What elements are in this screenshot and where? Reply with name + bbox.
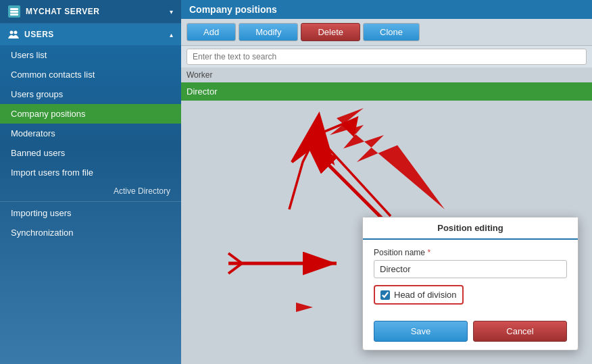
sidebar-divider bbox=[0, 201, 181, 202]
sidebar: MYCHAT SERVER ▾ USERS ▴ Users list Commo… bbox=[0, 0, 181, 364]
active-directory-label: Active Directory bbox=[0, 182, 181, 200]
sidebar-item-importing-users[interactable]: Importing users bbox=[0, 203, 181, 223]
search-bar bbox=[181, 46, 592, 68]
sidebar-item-label: Import users from file bbox=[11, 167, 93, 178]
users-section-header[interactable]: USERS ▴ bbox=[0, 24, 181, 45]
list-item-label: Director bbox=[187, 86, 218, 97]
sidebar-item-label: Importing users bbox=[11, 208, 72, 218]
users-icon bbox=[8, 29, 19, 40]
list-section-label: Worker bbox=[181, 68, 592, 82]
svg-rect-0 bbox=[10, 8, 18, 10]
svg-rect-1 bbox=[10, 11, 18, 13]
save-button[interactable]: Save bbox=[374, 321, 468, 342]
sidebar-item-users-list[interactable]: Users list bbox=[0, 45, 181, 65]
svg-point-4 bbox=[14, 31, 18, 34]
head-of-division-label: Head of division bbox=[394, 290, 457, 300]
add-button[interactable]: Add bbox=[187, 23, 236, 41]
position-name-input[interactable] bbox=[374, 260, 567, 278]
server-chevron-icon: ▾ bbox=[170, 8, 173, 16]
svg-rect-2 bbox=[10, 14, 18, 16]
svg-point-3 bbox=[10, 31, 14, 34]
sidebar-item-label: Users list bbox=[11, 50, 47, 60]
server-header-left: MYCHAT SERVER bbox=[8, 5, 99, 18]
users-chevron-icon: ▴ bbox=[170, 31, 173, 38]
sidebar-item-moderators[interactable]: Moderators bbox=[0, 124, 181, 143]
sidebar-item-banned-users[interactable]: Banned users bbox=[0, 143, 181, 163]
delete-button[interactable]: Delete bbox=[301, 23, 360, 41]
server-name: MYCHAT SERVER bbox=[26, 7, 99, 16]
sidebar-items-list: Users list Common contacts list Users gr… bbox=[0, 45, 181, 242]
sidebar-item-label: Moderators bbox=[11, 128, 55, 138]
users-section-title: USERS bbox=[24, 30, 54, 39]
modify-button[interactable]: Modify bbox=[239, 23, 298, 41]
list-item[interactable]: Director bbox=[181, 82, 592, 101]
sidebar-item-label: Synchronization bbox=[11, 228, 74, 238]
cancel-button[interactable]: Cancel bbox=[473, 321, 567, 342]
search-input[interactable] bbox=[187, 49, 587, 65]
head-of-division-row: Head of division bbox=[374, 285, 464, 305]
toolbar: Add Modify Delete Clone bbox=[181, 19, 592, 46]
clone-button[interactable]: Clone bbox=[363, 23, 420, 41]
sidebar-item-users-groups[interactable]: Users groups bbox=[0, 84, 181, 104]
sidebar-item-label: Banned users bbox=[11, 148, 65, 158]
sidebar-item-label: Company positions bbox=[11, 109, 86, 119]
position-name-label: Position name * bbox=[374, 248, 567, 257]
sidebar-item-company-positions[interactable]: Company positions bbox=[0, 104, 181, 124]
sidebar-item-common-contacts[interactable]: Common contacts list bbox=[0, 65, 181, 84]
sidebar-item-label: Common contacts list bbox=[11, 70, 95, 80]
modal-body: Position name * Head of division bbox=[363, 240, 578, 321]
server-icon bbox=[8, 5, 20, 18]
sidebar-item-synchronization[interactable]: Synchronization bbox=[0, 223, 181, 242]
modal-footer: Save Cancel bbox=[363, 321, 578, 350]
main-content: Company positions Add Modify Delete Clon… bbox=[181, 0, 592, 364]
required-indicator: * bbox=[427, 248, 430, 257]
modal-title: Position editing bbox=[363, 217, 578, 240]
head-of-division-checkbox[interactable] bbox=[380, 290, 390, 300]
users-section-left: USERS bbox=[8, 29, 54, 40]
main-title: Company positions bbox=[181, 0, 592, 19]
server-header[interactable]: MYCHAT SERVER ▾ bbox=[0, 0, 181, 24]
sidebar-item-import-users[interactable]: Import users from file bbox=[0, 163, 181, 182]
sidebar-item-label: Users groups bbox=[11, 89, 63, 99]
position-editing-modal: Position editing Position name * Head of… bbox=[362, 217, 578, 350]
